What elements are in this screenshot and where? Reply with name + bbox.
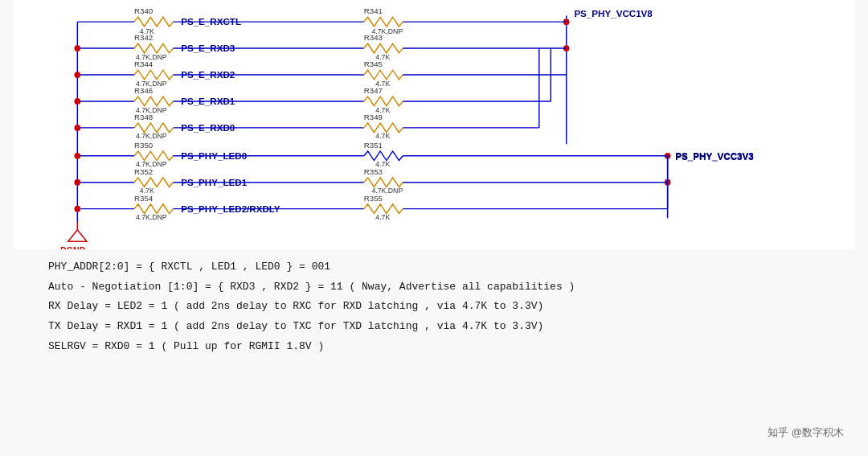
svg-text:R348: R348 — [134, 113, 153, 121]
svg-text:R340: R340 — [134, 6, 153, 15]
svg-text:R341: R341 — [364, 6, 383, 15]
note-line-5: SELRGV = RXD0 = 1 ( Pull up for RGMII 1.… — [48, 337, 820, 357]
svg-point-45 — [74, 125, 80, 131]
svg-text:4.7K: 4.7K — [375, 213, 390, 221]
svg-text:PS_PHY_VCC3V3: PS_PHY_VCC3V3 — [675, 150, 754, 161]
note-line-3: RX Delay = LED2 = 1 ( add 2ns delay to R… — [48, 297, 820, 317]
svg-point-16 — [74, 45, 80, 51]
svg-text:4.7K: 4.7K — [375, 132, 390, 140]
svg-text:R352: R352 — [134, 167, 153, 176]
svg-text:R354: R354 — [134, 194, 154, 203]
svg-text:R349: R349 — [364, 113, 383, 121]
svg-text:R342: R342 — [134, 33, 153, 42]
svg-point-35 — [74, 98, 80, 105]
note-line-2: Auto - Negotiation [1:0] = { RXD3 , RXD2… — [48, 277, 820, 298]
svg-point-66 — [74, 179, 80, 186]
svg-text:R355: R355 — [364, 194, 383, 203]
svg-text:R351: R351 — [364, 141, 383, 150]
note-line-4: TX Delay = RXD1 = 1 ( add 2ns delay to T… — [48, 317, 820, 337]
svg-text:PS_PHY_VCC1V8: PS_PHY_VCC1V8 — [574, 8, 653, 18]
svg-text:R350: R350 — [134, 141, 153, 150]
schematic-diagram: PS_PHY_VCC1V8 PS_PHY_VCC3V3 R340 4.7K PS… — [0, 0, 868, 249]
watermark: 知乎 @数字积木 — [768, 425, 844, 440]
main-container: PS_PHY_VCC1V8 PS_PHY_VCC3V3 R340 4.7K PS… — [0, 0, 868, 456]
svg-text:R343: R343 — [364, 33, 383, 42]
svg-point-76 — [74, 206, 80, 212]
svg-text:4.7K,DNP: 4.7K,DNP — [136, 213, 167, 221]
svg-point-26 — [74, 72, 80, 78]
svg-text:R347: R347 — [364, 86, 383, 95]
note-line-1: PHY_ADDR[2:0] = { RXCTL , LED1 , LED0 } … — [48, 257, 820, 277]
svg-text:R345: R345 — [364, 60, 383, 68]
svg-text:DGND: DGND — [60, 245, 86, 249]
notes-area: PHY_ADDR[2:0] = { RXCTL , LED1 , LED0 } … — [0, 253, 868, 438]
svg-text:R346: R346 — [134, 86, 153, 95]
svg-text:R353: R353 — [364, 167, 383, 176]
svg-text:4.7K,DNP: 4.7K,DNP — [136, 132, 167, 140]
svg-text:R344: R344 — [134, 60, 154, 68]
svg-point-55 — [74, 153, 80, 159]
